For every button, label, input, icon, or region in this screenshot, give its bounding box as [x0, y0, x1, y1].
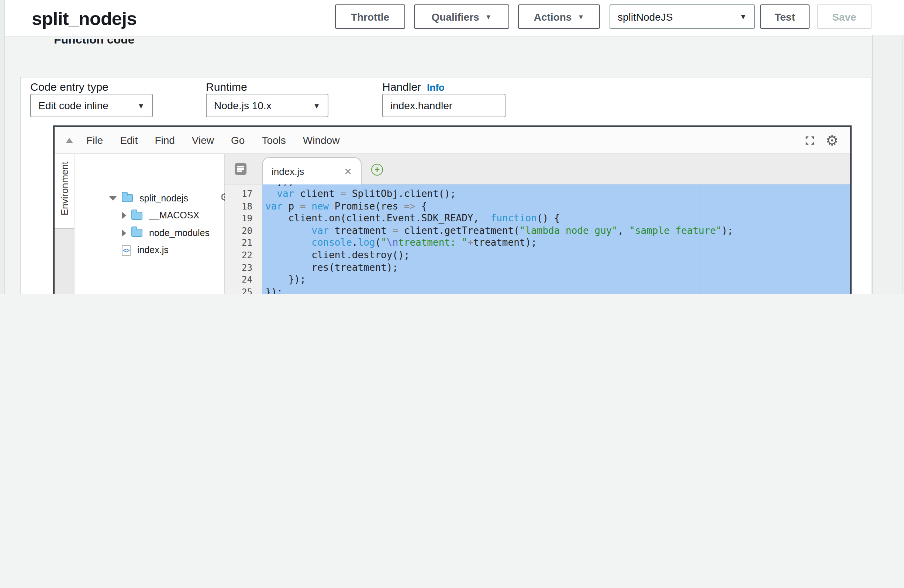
caret-down-icon[interactable]: [109, 196, 117, 200]
code-entry-type-select[interactable]: Edit code inline▼: [30, 94, 153, 117]
test-button[interactable]: Test: [760, 5, 809, 29]
gutter-line-number: 17: [225, 188, 262, 200]
gutter-line-number: 18: [225, 200, 262, 212]
code-line-18[interactable]: var p = new Promise(res => {: [262, 200, 850, 212]
code-line-21[interactable]: console.log("\ntreatment: "+treatment);: [262, 237, 850, 249]
code-line-25[interactable]: });: [262, 286, 850, 294]
fullscreen-icon[interactable]: [804, 134, 815, 146]
editor-tabrow: index.js ✕ +: [225, 154, 850, 185]
page-title: split_nodejs: [32, 8, 137, 30]
left-nav-rail: [0, 0, 5, 294]
code-lines: }); var client = SplitObj.client();var p…: [262, 185, 850, 294]
tree-item-label: node_modules: [149, 228, 210, 238]
print-margin-line: [700, 185, 700, 294]
menu-items: FileEditFindViewGoToolsWindow: [86, 134, 340, 146]
environment-tab-label: Environment: [59, 161, 70, 215]
actions-button[interactable]: Actions▼: [518, 5, 600, 29]
tab-indexjs[interactable]: index.js ✕: [262, 157, 362, 185]
chevron-down-icon: ▼: [485, 13, 492, 20]
collapse-menubar-icon[interactable]: [66, 138, 73, 143]
folder-icon: [122, 194, 133, 202]
ide-settings-gear-icon[interactable]: ⚙: [826, 133, 838, 147]
file-tree-panel: split_nodejs⚙__MACOSXnode_modules<>index…: [74, 154, 225, 294]
ide-side-tabstrip: Environment: [55, 154, 74, 294]
menu-item-view[interactable]: View: [192, 134, 214, 146]
menu-item-find[interactable]: Find: [155, 134, 174, 146]
runtime-select[interactable]: Node.js 10.x▼: [206, 94, 329, 117]
qualifiers-button[interactable]: Qualifiers▼: [414, 5, 509, 29]
gutter-line-number: 21: [225, 237, 262, 249]
code-line-16[interactable]: });: [262, 185, 850, 188]
folder-icon: [131, 211, 142, 220]
gutter-line-number: 22: [225, 249, 262, 262]
gutter-line-number: 20: [225, 225, 262, 237]
tree-item-label: index.js: [137, 245, 169, 255]
menu-item-file[interactable]: File: [86, 134, 103, 146]
handler-input[interactable]: [382, 94, 506, 117]
code-line-19[interactable]: client.on(client.Event.SDK_READY, functi…: [262, 212, 850, 224]
close-tab-icon[interactable]: ✕: [344, 166, 352, 177]
clipped-scrolled-heading: Function code: [54, 39, 201, 48]
chevron-down-icon: ▼: [313, 101, 320, 109]
chevron-down-icon: ▼: [577, 13, 584, 20]
code-line-17[interactable]: var client = SplitObj.client();: [262, 188, 850, 200]
tab-list-icon[interactable]: [235, 163, 247, 175]
line-number-gutter: 1617181920212223242526272829: [225, 185, 262, 294]
gutter-line-number: 16: [225, 185, 262, 188]
save-button[interactable]: Save: [817, 5, 872, 29]
runtime-label: Runtime: [206, 81, 247, 93]
tree-item-split_nodejs[interactable]: split_nodejs⚙: [74, 190, 224, 207]
menu-item-go[interactable]: Go: [231, 134, 245, 146]
caret-right-icon[interactable]: [122, 229, 126, 237]
gutter-line-number: 25: [225, 286, 262, 294]
gutter-line-number: 19: [225, 212, 262, 224]
js-file-icon: <>: [122, 245, 131, 256]
folder-icon: [131, 229, 142, 237]
menu-item-window[interactable]: Window: [303, 134, 340, 146]
tabstrip-track: [55, 228, 74, 294]
menu-item-tools[interactable]: Tools: [262, 134, 286, 146]
caret-right-icon[interactable]: [122, 212, 126, 219]
code-entry-type-label: Code entry type: [30, 81, 109, 93]
test-event-select[interactable]: splitNodeJS▼: [610, 5, 755, 29]
function-header: split_nodejs Throttle Qualifiers▼ Action…: [5, 0, 904, 37]
code-line-20[interactable]: var treatment = client.getTreatment("lam…: [262, 225, 850, 237]
ide-menubar: FileEditFindViewGoToolsWindow ⚙: [55, 127, 850, 154]
chevron-down-icon: ▼: [740, 13, 747, 21]
new-tab-plus-icon[interactable]: +: [371, 164, 383, 175]
gutter-line-number: 23: [225, 262, 262, 274]
tree-item-label: split_nodejs: [139, 193, 188, 203]
code-editor-ide: FileEditFindViewGoToolsWindow ⚙ Environm…: [53, 125, 852, 294]
handler-label: HandlerInfo: [382, 81, 445, 93]
tree-item-node_modules[interactable]: node_modules: [74, 224, 224, 241]
tree-item-__MACOSX[interactable]: __MACOSX: [74, 207, 224, 224]
tree-item-label: __MACOSX: [149, 210, 199, 221]
editor-main: index.js ✕ + 161718192021222324252627282…: [225, 154, 850, 294]
code-line-24[interactable]: });: [262, 274, 850, 286]
code-area[interactable]: 1617181920212223242526272829 }); var cli…: [225, 185, 850, 294]
tree-item-index.js[interactable]: <>index.js: [74, 242, 224, 259]
code-line-23[interactable]: res(treatment);: [262, 262, 850, 274]
handler-info-link[interactable]: Info: [427, 82, 445, 93]
environment-tab[interactable]: Environment: [55, 154, 74, 228]
lambda-console-page: split_nodejs Throttle Qualifiers▼ Action…: [0, 0, 904, 294]
page-scrollbar-track[interactable]: [872, 35, 904, 294]
gutter-line-number: 24: [225, 274, 262, 286]
menu-item-edit[interactable]: Edit: [120, 134, 137, 146]
throttle-button[interactable]: Throttle: [335, 5, 405, 29]
code-line-22[interactable]: client.destroy();: [262, 249, 850, 262]
chevron-down-icon: ▼: [137, 101, 145, 109]
